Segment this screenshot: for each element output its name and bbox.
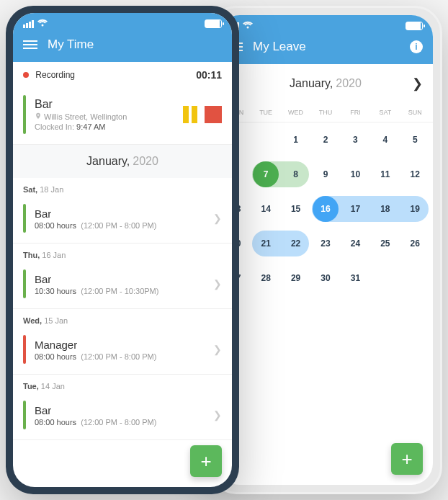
status-bar [218, 15, 433, 37]
add-time-button[interactable]: + [190, 445, 222, 477]
day-label: Wed, 15 Jan [13, 309, 232, 328]
record-dot-icon [23, 72, 29, 78]
weekday-label: THU [310, 109, 340, 116]
location-pin-icon [35, 112, 42, 121]
active-shift-clockin: Clocked In: 9:47 AM [35, 122, 176, 131]
weekday-label: TUE [251, 109, 280, 116]
calendar-day[interactable]: 11 [370, 169, 400, 179]
calendar-day[interactable]: 8 [281, 169, 310, 179]
plus-icon: + [401, 448, 412, 470]
time-entry[interactable]: Bar08:00 hours (12:00 PM - 8:00 PM)❯ [13, 197, 232, 244]
month-header-time[interactable]: January, 2020 [13, 145, 232, 178]
calendar-day[interactable]: 21 [251, 238, 280, 249]
month-header-leave: ❮ January, 2020 ❯ [218, 64, 433, 103]
calendar-day[interactable]: 24 [341, 238, 370, 249]
time-entries-list: Sat, 18 JanBar08:00 hours (12:00 PM - 8:… [13, 178, 232, 440]
entry-title: Bar [35, 273, 213, 285]
time-entry[interactable]: Manager08:00 hours (12:00 PM - 8:00 PM)❯ [13, 328, 232, 375]
calendar-row: 20212223242526 [221, 226, 430, 261]
calendar-day[interactable]: 7 [251, 169, 280, 179]
calendar-weekday-row: MONTUEWEDTHUFRISATSUN [218, 103, 433, 122]
day-label: Tue, 14 Jan [13, 375, 232, 393]
entry-title: Bar [35, 404, 213, 416]
entry-sub: 08:00 hours (12:00 PM - 8:00 PM) [35, 418, 213, 427]
status-bar-indicator [23, 335, 26, 364]
calendar-row: 6789101112 [221, 157, 430, 192]
chevron-right-icon: ❯ [213, 344, 222, 355]
screen-my-time: My Time Recording 00:11 Bar Willis Stree… [13, 13, 232, 487]
calendar-day[interactable]: 1 [281, 135, 310, 145]
phone-my-leave: My Leave i ❮ January, 2020 ❯ MONTUEWEDTH… [209, 6, 442, 494]
calendar-day[interactable]: 2 [310, 135, 340, 145]
calendar-day[interactable]: 31 [341, 273, 370, 283]
battery-icon [406, 22, 423, 30]
weekday-label: SAT [370, 109, 400, 116]
year-label: 2020 [133, 155, 158, 168]
calendar-day[interactable]: 25 [370, 238, 400, 249]
time-entry[interactable]: Bar10:30 hours (12:00 PM - 10:30PM)❯ [13, 262, 232, 309]
recording-row: Recording 00:11 [13, 62, 232, 88]
calendar-day[interactable]: 26 [400, 238, 430, 249]
status-bar-indicator [23, 269, 26, 298]
weekday-label: WED [281, 109, 310, 116]
month-label: January, [290, 77, 333, 90]
calendar-day[interactable]: 17 [341, 204, 370, 214]
day-label: Thu, 16 Jan [13, 244, 232, 262]
wifi-icon [37, 17, 48, 30]
calendar-body: 1234567891011121314151617181920212223242… [218, 122, 433, 295]
active-shift-body: Bar Willis Street, Wellington Clocked In… [35, 98, 176, 131]
plus-icon: + [200, 450, 211, 473]
calendar-day[interactable]: 23 [310, 238, 340, 249]
entry-sub: 08:00 hours (12:00 PM - 8:00 PM) [35, 352, 213, 361]
time-entry[interactable]: Bar08:00 hours (12:00 PM - 8:00 PM)❯ [13, 393, 232, 440]
calendar-day[interactable]: 22 [281, 238, 310, 249]
active-shift-address: Willis Street, Wellington [35, 112, 176, 121]
day-label: Sat, 18 Jan [13, 178, 232, 197]
calendar-day[interactable]: 19 [400, 204, 430, 214]
calendar-day[interactable]: 15 [281, 204, 310, 214]
info-icon[interactable]: i [410, 40, 423, 53]
year-label: 2020 [336, 77, 362, 90]
active-shift-card[interactable]: Bar Willis Street, Wellington Clocked In… [13, 88, 232, 145]
calendar-day[interactable]: 12 [400, 169, 430, 179]
app-header-leave: My Leave i [218, 37, 433, 64]
calendar-day[interactable]: 5 [400, 135, 430, 145]
calendar-day[interactable]: 10 [341, 169, 370, 179]
page-title: My Leave [253, 40, 410, 54]
calendar-day[interactable]: 16 [310, 204, 340, 214]
status-bar-indicator [23, 204, 26, 233]
screen-my-leave: My Leave i ❮ January, 2020 ❯ MONTUEWEDTH… [218, 15, 433, 485]
calendar-day[interactable]: 18 [370, 204, 400, 214]
add-leave-button[interactable]: + [391, 443, 423, 475]
calendar-day[interactable]: 29 [281, 273, 310, 283]
entry-sub: 08:00 hours (12:00 PM - 8:00 PM) [35, 221, 213, 230]
status-bar-indicator [23, 95, 26, 134]
phone-my-time: My Time Recording 00:11 Bar Willis Stree… [6, 6, 239, 494]
chevron-right-icon: ❯ [213, 409, 222, 421]
page-title: My Time [48, 37, 222, 52]
chevron-right-icon: ❯ [213, 278, 222, 290]
entry-title: Manager [35, 339, 213, 351]
chevron-right-icon[interactable]: ❯ [412, 76, 423, 91]
pause-button[interactable] [183, 106, 197, 123]
month-label: January, [86, 155, 130, 168]
stop-button[interactable] [205, 106, 222, 123]
calendar-day[interactable]: 14 [251, 204, 280, 214]
active-shift-title: Bar [35, 98, 176, 111]
app-header-time: My Time [13, 35, 232, 62]
calendar-row: 13141516171819 [221, 192, 430, 226]
battery-icon [205, 19, 222, 28]
signal-wifi [23, 17, 48, 30]
wifi-icon [242, 19, 254, 32]
calendar-day[interactable]: 3 [341, 135, 370, 145]
entry-title: Bar [35, 207, 213, 220]
calendar-day[interactable]: 4 [370, 135, 400, 145]
calendar-day[interactable]: 9 [310, 169, 340, 179]
menu-icon[interactable] [23, 40, 37, 49]
calendar-day[interactable]: 28 [251, 273, 280, 283]
calendar-day[interactable]: 30 [310, 273, 340, 283]
calendar-row: 2728293031 [221, 261, 430, 295]
recording-elapsed: 00:11 [196, 69, 222, 81]
status-bar-indicator [23, 401, 26, 429]
recording-label: Recording [23, 70, 75, 80]
